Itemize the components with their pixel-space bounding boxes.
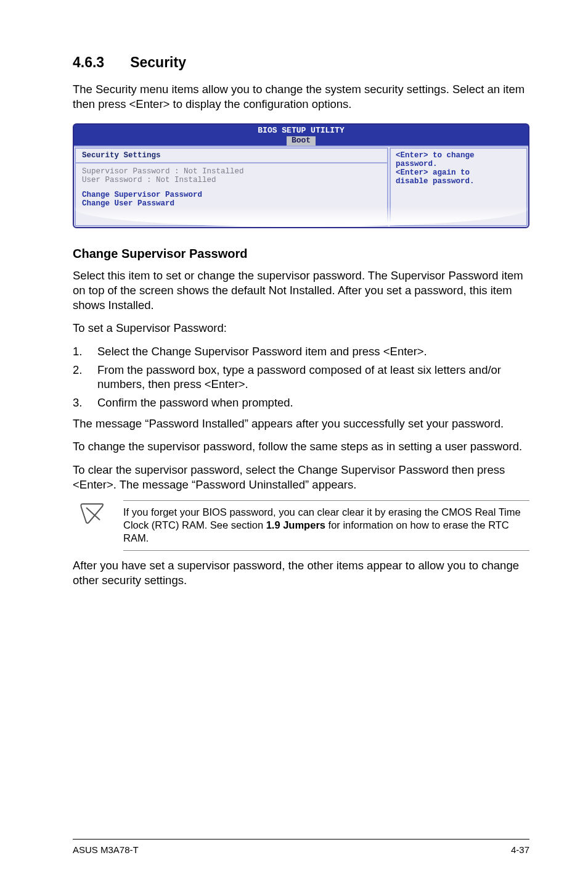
bios-help-line: password. (396, 160, 521, 168)
paragraph: Select this item to set or change the su… (73, 268, 529, 312)
bios-supervisor-label: Supervisor Password (82, 167, 170, 176)
footer-right: 4-37 (511, 844, 529, 855)
step-item: 3.Confirm the password when prompted. (73, 395, 529, 410)
step-number: 1. (73, 344, 97, 359)
bios-change-user: Change User Passward (82, 199, 381, 208)
bios-security-settings-title: Security Settings (76, 150, 387, 163)
step-number: 2. (73, 363, 97, 392)
note-text: If you forget your BIOS password, you ca… (123, 500, 529, 551)
paragraph: To clear the supervisor password, select… (73, 463, 529, 492)
steps-list: 1.Select the Change Supervisor Password … (73, 344, 529, 410)
step-number: 3. (73, 395, 97, 410)
bios-supervisor-row: Supervisor Password : Not Installed (82, 167, 381, 176)
bios-help-line: <Enter> to change (396, 151, 521, 160)
bios-screenshot: BIOS SETUP UTILITY Boot Security Setting… (73, 123, 529, 228)
section-number: 4.6.3 (73, 54, 104, 71)
bios-user-label: User Password (82, 176, 142, 184)
section-title: Security (130, 54, 186, 70)
bios-sep: : (142, 176, 157, 184)
step-item: 1.Select the Change Supervisor Password … (73, 344, 529, 359)
note-text-bold: 1.9 Jumpers (266, 519, 325, 530)
bios-header-tab: Boot (287, 136, 316, 146)
bios-user-value: Not Installed (156, 176, 216, 184)
bios-header-title: BIOS SETUP UTILITY (74, 126, 528, 136)
intro-paragraph: The Security menu items allow you to cha… (73, 82, 529, 111)
bios-header: BIOS SETUP UTILITY Boot (74, 125, 528, 146)
step-text: Confirm the password when prompted. (97, 395, 293, 410)
step-item: 2.From the password box, type a password… (73, 363, 529, 392)
bios-right-panel: <Enter> to change password. <Enter> agai… (390, 147, 528, 226)
paragraph: To set a Supervisor Password: (73, 321, 529, 336)
bios-help-line: <Enter> again to (396, 168, 521, 177)
section-heading: 4.6.3Security (73, 54, 529, 71)
paragraph: The message “Password Installed” appears… (73, 416, 529, 431)
bios-sep: : (170, 167, 184, 176)
paragraph: After you have set a supervisor password… (73, 558, 529, 587)
subheading: Change Supervisor Password (73, 247, 529, 261)
bios-user-row: User Password : Not Installed (82, 176, 381, 184)
step-text: Select the Change Supervisor Password it… (97, 344, 427, 359)
step-text: From the password box, type a password c… (97, 363, 529, 392)
bios-supervisor-value: Not Installed (184, 167, 244, 176)
pencil-note-icon (79, 501, 106, 526)
bios-left-panel: Security Settings Supervisor Password : … (75, 147, 388, 226)
page-footer: ASUS M3A78-T 4-37 (73, 839, 529, 855)
bios-change-supervisor: Change Supervisor Password (82, 191, 381, 199)
note-block: If you forget your BIOS password, you ca… (73, 500, 529, 551)
footer-left: ASUS M3A78-T (73, 844, 139, 855)
paragraph: To change the supervisor password, follo… (73, 439, 529, 454)
bios-help-line: disable password. (396, 177, 521, 186)
